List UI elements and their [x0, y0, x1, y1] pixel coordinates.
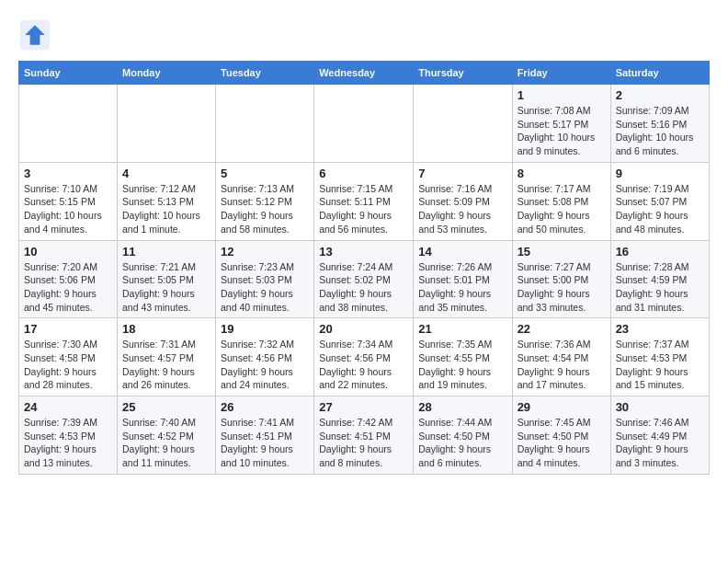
calendar-cell: 11Sunrise: 7:21 AMSunset: 5:05 PMDayligh…	[118, 240, 216, 318]
weekday-header: Tuesday	[216, 62, 314, 85]
day-number: 9	[616, 167, 704, 180]
logo-icon	[18, 18, 51, 52]
day-info: Sunrise: 7:23 AMSunset: 5:03 PMDaylight:…	[221, 260, 309, 315]
weekday-header: Friday	[512, 62, 610, 85]
day-info: Sunrise: 7:35 AMSunset: 4:55 PMDaylight:…	[418, 338, 506, 392]
calendar-cell: 8Sunrise: 7:17 AMSunset: 5:08 PMDaylight…	[512, 162, 610, 240]
calendar-cell: 1Sunrise: 7:08 AMSunset: 5:17 PMDaylight…	[512, 85, 610, 163]
calendar-cell: 6Sunrise: 7:15 AMSunset: 5:11 PMDaylight…	[314, 162, 414, 240]
day-info: Sunrise: 7:16 AMSunset: 5:09 PMDaylight:…	[418, 182, 506, 236]
day-number: 19	[221, 322, 309, 336]
calendar-cell: 16Sunrise: 7:28 AMSunset: 4:59 PMDayligh…	[610, 240, 709, 318]
calendar-week-row: 17Sunrise: 7:30 AMSunset: 4:58 PMDayligh…	[19, 318, 710, 396]
day-info: Sunrise: 7:27 AMSunset: 5:00 PMDaylight:…	[518, 260, 606, 315]
day-number: 5	[221, 167, 309, 180]
day-number: 25	[122, 400, 210, 414]
day-number: 12	[221, 245, 309, 259]
day-number: 13	[319, 245, 408, 259]
day-number: 24	[24, 400, 112, 414]
calendar-cell: 14Sunrise: 7:26 AMSunset: 5:01 PMDayligh…	[414, 240, 512, 318]
day-info: Sunrise: 7:10 AMSunset: 5:15 PMDaylight:…	[24, 182, 112, 236]
day-number: 30	[616, 400, 704, 414]
weekday-header: Thursday	[414, 62, 512, 85]
calendar-cell: 18Sunrise: 7:31 AMSunset: 4:57 PMDayligh…	[118, 318, 216, 396]
calendar-cell: 13Sunrise: 7:24 AMSunset: 5:02 PMDayligh…	[314, 240, 414, 318]
calendar-week-row: 3Sunrise: 7:10 AMSunset: 5:15 PMDaylight…	[19, 162, 710, 240]
day-info: Sunrise: 7:44 AMSunset: 4:50 PMDaylight:…	[418, 416, 506, 470]
day-info: Sunrise: 7:21 AMSunset: 5:05 PMDaylight:…	[122, 260, 210, 315]
calendar-cell	[19, 85, 118, 163]
calendar-week-row: 24Sunrise: 7:39 AMSunset: 4:53 PMDayligh…	[19, 396, 710, 475]
day-number: 27	[319, 400, 408, 414]
logo	[18, 18, 55, 52]
calendar-cell: 27Sunrise: 7:42 AMSunset: 4:51 PMDayligh…	[314, 396, 414, 475]
calendar-header: SundayMondayTuesdayWednesdayThursdayFrid…	[19, 62, 710, 85]
calendar-cell: 23Sunrise: 7:37 AMSunset: 4:53 PMDayligh…	[610, 318, 709, 396]
calendar-cell: 19Sunrise: 7:32 AMSunset: 4:56 PMDayligh…	[216, 318, 314, 396]
day-info: Sunrise: 7:40 AMSunset: 4:52 PMDaylight:…	[122, 416, 210, 470]
calendar-cell: 24Sunrise: 7:39 AMSunset: 4:53 PMDayligh…	[19, 396, 118, 475]
day-number: 18	[122, 322, 210, 336]
calendar-cell: 4Sunrise: 7:12 AMSunset: 5:13 PMDaylight…	[118, 162, 216, 240]
day-info: Sunrise: 7:42 AMSunset: 4:51 PMDaylight:…	[319, 416, 408, 470]
calendar-cell	[414, 85, 512, 163]
day-info: Sunrise: 7:39 AMSunset: 4:53 PMDaylight:…	[24, 416, 112, 470]
calendar-cell: 9Sunrise: 7:19 AMSunset: 5:07 PMDaylight…	[610, 162, 709, 240]
calendar-cell: 17Sunrise: 7:30 AMSunset: 4:58 PMDayligh…	[19, 318, 118, 396]
day-number: 15	[518, 245, 606, 259]
calendar-cell: 7Sunrise: 7:16 AMSunset: 5:09 PMDaylight…	[414, 162, 512, 240]
day-info: Sunrise: 7:41 AMSunset: 4:51 PMDaylight:…	[221, 416, 309, 470]
calendar-table: SundayMondayTuesdayWednesdayThursdayFrid…	[18, 61, 710, 475]
calendar-cell	[314, 85, 414, 163]
day-number: 17	[24, 322, 112, 336]
calendar-cell: 10Sunrise: 7:20 AMSunset: 5:06 PMDayligh…	[19, 240, 118, 318]
day-number: 1	[518, 88, 606, 102]
calendar-cell: 21Sunrise: 7:35 AMSunset: 4:55 PMDayligh…	[414, 318, 512, 396]
weekday-header: Sunday	[19, 62, 118, 85]
day-info: Sunrise: 7:31 AMSunset: 4:57 PMDaylight:…	[122, 338, 210, 392]
day-number: 16	[616, 245, 704, 259]
day-number: 6	[319, 167, 408, 180]
day-number: 14	[418, 245, 506, 259]
calendar-cell: 28Sunrise: 7:44 AMSunset: 4:50 PMDayligh…	[414, 396, 512, 475]
day-info: Sunrise: 7:24 AMSunset: 5:02 PMDaylight:…	[319, 260, 408, 315]
calendar-cell: 26Sunrise: 7:41 AMSunset: 4:51 PMDayligh…	[216, 396, 314, 475]
day-info: Sunrise: 7:46 AMSunset: 4:49 PMDaylight:…	[616, 416, 704, 470]
day-info: Sunrise: 7:19 AMSunset: 5:07 PMDaylight:…	[616, 182, 704, 236]
weekday-header: Monday	[118, 62, 216, 85]
calendar-cell: 2Sunrise: 7:09 AMSunset: 5:16 PMDaylight…	[610, 85, 709, 163]
calendar-body: 1Sunrise: 7:08 AMSunset: 5:17 PMDaylight…	[19, 85, 710, 475]
day-number: 10	[24, 245, 112, 259]
day-info: Sunrise: 7:34 AMSunset: 4:56 PMDaylight:…	[319, 338, 408, 392]
page-header	[18, 18, 710, 52]
day-info: Sunrise: 7:09 AMSunset: 5:16 PMDaylight:…	[616, 104, 704, 158]
day-number: 3	[24, 167, 112, 180]
calendar-week-row: 10Sunrise: 7:20 AMSunset: 5:06 PMDayligh…	[19, 240, 710, 318]
day-number: 28	[418, 400, 506, 414]
calendar-cell	[216, 85, 314, 163]
day-info: Sunrise: 7:26 AMSunset: 5:01 PMDaylight:…	[418, 260, 506, 315]
calendar-cell: 3Sunrise: 7:10 AMSunset: 5:15 PMDaylight…	[19, 162, 118, 240]
day-number: 8	[518, 167, 606, 180]
weekday-header: Saturday	[610, 62, 709, 85]
day-info: Sunrise: 7:28 AMSunset: 4:59 PMDaylight:…	[616, 260, 704, 315]
calendar-cell: 15Sunrise: 7:27 AMSunset: 5:00 PMDayligh…	[512, 240, 610, 318]
day-info: Sunrise: 7:12 AMSunset: 5:13 PMDaylight:…	[122, 182, 210, 236]
calendar-cell	[118, 85, 216, 163]
day-number: 26	[221, 400, 309, 414]
day-info: Sunrise: 7:20 AMSunset: 5:06 PMDaylight:…	[24, 260, 112, 315]
calendar-cell: 25Sunrise: 7:40 AMSunset: 4:52 PMDayligh…	[118, 396, 216, 475]
day-info: Sunrise: 7:36 AMSunset: 4:54 PMDaylight:…	[518, 338, 606, 392]
calendar-cell: 29Sunrise: 7:45 AMSunset: 4:50 PMDayligh…	[512, 396, 610, 475]
day-info: Sunrise: 7:17 AMSunset: 5:08 PMDaylight:…	[518, 182, 606, 236]
day-number: 7	[418, 167, 506, 180]
day-info: Sunrise: 7:30 AMSunset: 4:58 PMDaylight:…	[24, 338, 112, 392]
calendar-cell: 12Sunrise: 7:23 AMSunset: 5:03 PMDayligh…	[216, 240, 314, 318]
day-number: 2	[616, 88, 704, 102]
day-info: Sunrise: 7:08 AMSunset: 5:17 PMDaylight:…	[518, 104, 606, 158]
day-number: 11	[122, 245, 210, 259]
day-number: 23	[616, 322, 704, 336]
day-number: 21	[418, 322, 506, 336]
day-info: Sunrise: 7:32 AMSunset: 4:56 PMDaylight:…	[221, 338, 309, 392]
calendar-cell: 5Sunrise: 7:13 AMSunset: 5:12 PMDaylight…	[216, 162, 314, 240]
